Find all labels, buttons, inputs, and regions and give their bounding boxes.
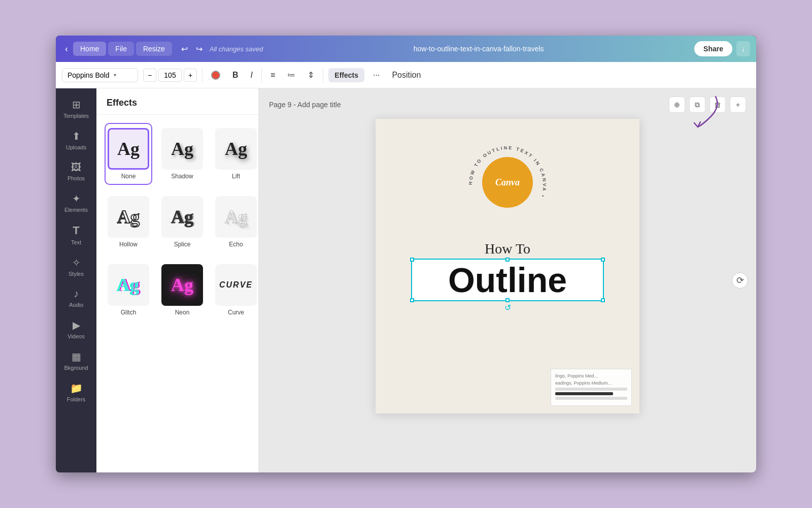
handle-top-right[interactable] (601, 258, 605, 262)
handle-top-mid[interactable] (505, 258, 510, 262)
zoom-control: ⟳ (732, 272, 748, 289)
italic-button[interactable]: I (247, 68, 256, 82)
toolbar-divider-3 (323, 68, 323, 82)
videos-icon: ▶ (73, 319, 80, 331)
effect-splice-preview: Ag (161, 196, 203, 238)
elements-icon: ✦ (72, 193, 81, 205)
undo-button[interactable]: ↩ (178, 42, 191, 56)
handle-bottom-right[interactable] (601, 298, 605, 302)
page-title: Page 9 - Add page title (269, 101, 341, 109)
effect-echo[interactable]: Ag Echo (212, 191, 259, 253)
bottom-preview: lingo, Poppins Med... eadings, Poppins M… (551, 369, 632, 406)
sidebar-item-audio[interactable]: ♪ Audio (58, 283, 94, 313)
font-size-decrease-button[interactable]: − (143, 69, 156, 82)
canvas-toolbar: Page 9 - Add page title ⊕ ⧉ 🗑 + (259, 97, 756, 113)
sidebar-item-bkground[interactable]: ▦ Bkground (58, 345, 94, 376)
effect-shadow[interactable]: Ag Shadow (158, 123, 206, 185)
effect-splice-label: Splice (174, 241, 191, 248)
effect-hollow-preview: Ag (108, 196, 149, 238)
text-color-button[interactable] (208, 68, 224, 82)
top-bar: ‹ Home File Resize ↩ ↪ All changes saved… (56, 36, 756, 62)
uploads-icon: ⬆ (72, 130, 81, 142)
effect-glitch-label: Glitch (121, 309, 137, 316)
templates-icon: ⊞ (72, 99, 81, 111)
font-size-control: − + (143, 69, 197, 82)
font-chevron-icon: ▾ (114, 72, 116, 78)
curved-text-area: HOW TO OUTLINE TEXT IN CANVA • Canva (462, 139, 553, 233)
effect-hollow[interactable]: Ag Hollow (105, 191, 152, 253)
effect-splice[interactable]: Ag Splice (158, 191, 206, 253)
file-button[interactable]: File (108, 42, 134, 56)
redo-button[interactable]: ↪ (193, 42, 206, 56)
canvas-actions: ⊕ ⧉ 🗑 + (669, 97, 746, 113)
effect-none[interactable]: Ag None (105, 123, 152, 185)
effect-neon-label: Neon (175, 309, 190, 316)
sidebar-item-videos[interactable]: ▶ Videos (58, 314, 94, 344)
resize-button[interactable]: Resize (136, 42, 172, 56)
top-bar-center: how-to-outline-text-in-canva-fallon-trav… (267, 45, 690, 53)
canva-logo-text: Canva (495, 177, 520, 188)
effect-none-label: None (121, 173, 136, 180)
main-layout: ⊞ Templates ⬆ Uploads 🖼 Photos ✦ Element… (56, 88, 756, 472)
list-button[interactable]: ≔ (284, 68, 299, 82)
effect-glitch-preview: Ag (108, 264, 149, 306)
effect-curve[interactable]: CURVE Curve (212, 259, 259, 321)
effect-neon[interactable]: Ag Neon (158, 259, 206, 321)
effect-shadow-preview: Ag (161, 128, 203, 170)
top-bar-right: Share ↓ (694, 41, 750, 56)
effect-hollow-label: Hollow (119, 241, 138, 248)
effect-curve-label: Curve (228, 309, 244, 316)
sidebar-label-folders: Folders (67, 396, 86, 402)
effect-glitch[interactable]: Ag Glitch (105, 259, 152, 321)
zoom-button[interactable]: ⟳ (732, 272, 748, 289)
saved-status: All changes saved (210, 45, 263, 53)
effect-none-preview: Ag (108, 128, 149, 170)
canvas-background: HOW TO OUTLINE TEXT IN CANVA • Canva How… (376, 119, 639, 414)
photos-icon: 🖼 (71, 162, 81, 173)
sidebar-item-text[interactable]: T Text (58, 219, 94, 250)
app-window: ‹ Home File Resize ↩ ↪ All changes saved… (56, 36, 756, 472)
handle-top-left[interactable] (410, 258, 414, 262)
effect-shadow-label: Shadow (171, 173, 193, 180)
sidebar-label-text: Text (71, 239, 81, 245)
sidebar-item-folders[interactable]: 📁 Folders (58, 377, 94, 407)
sidebar-label-uploads: Uploads (66, 144, 86, 150)
share-button[interactable]: Share (694, 41, 732, 56)
effect-echo-preview: Ag (215, 196, 257, 238)
sidebar-label-videos: Videos (67, 333, 84, 339)
text-toolbar: Poppins Bold ▾ − + B I ≡ ≔ ⇕ Effects ···… (56, 62, 756, 88)
selected-text-container[interactable]: Outline ↺ (411, 259, 604, 301)
more-options-button[interactable]: ··· (369, 68, 383, 82)
sidebar-item-uploads[interactable]: ⬆ Uploads (58, 125, 94, 155)
bold-button[interactable]: B (229, 68, 242, 82)
annotation-arrow (675, 91, 726, 132)
font-size-increase-button[interactable]: + (184, 69, 197, 82)
preview-bar-2 (555, 392, 613, 395)
sidebar-item-elements[interactable]: ✦ Elements (58, 187, 94, 218)
align-button[interactable]: ≡ (267, 68, 279, 82)
undo-redo-group: ↩ ↪ (178, 42, 206, 56)
effect-echo-label: Echo (229, 241, 243, 248)
sidebar-label-bkground: Bkground (64, 365, 88, 371)
back-button[interactable]: ‹ (62, 42, 71, 56)
handle-bottom-mid[interactable] (505, 298, 510, 302)
design-canvas: HOW TO OUTLINE TEXT IN CANVA • Canva How… (376, 119, 639, 414)
outline-text: Outline (448, 261, 567, 299)
home-button[interactable]: Home (73, 42, 106, 56)
effect-curve-preview: CURVE (215, 264, 257, 306)
sidebar-item-styles[interactable]: ✧ Styles (58, 251, 94, 282)
effects-button[interactable]: Effects (328, 68, 364, 82)
more-canvas-button[interactable]: + (730, 97, 746, 113)
sidebar-item-photos[interactable]: 🖼 Photos (58, 156, 94, 186)
font-size-input[interactable] (158, 69, 182, 82)
font-selector[interactable]: Poppins Bold ▾ (62, 68, 138, 82)
spacing-button[interactable]: ⇕ (304, 68, 318, 82)
sidebar-item-templates[interactable]: ⊞ Templates (58, 93, 94, 124)
handle-bottom-left[interactable] (410, 298, 414, 302)
folders-icon: 📁 (70, 382, 83, 394)
rotate-handle[interactable]: ↺ (504, 303, 511, 312)
effect-lift[interactable]: Ag Lift (212, 123, 259, 185)
sidebar-label-templates: Templates (63, 113, 89, 119)
download-button[interactable]: ↓ (736, 41, 750, 56)
position-button[interactable]: Position (388, 68, 424, 82)
